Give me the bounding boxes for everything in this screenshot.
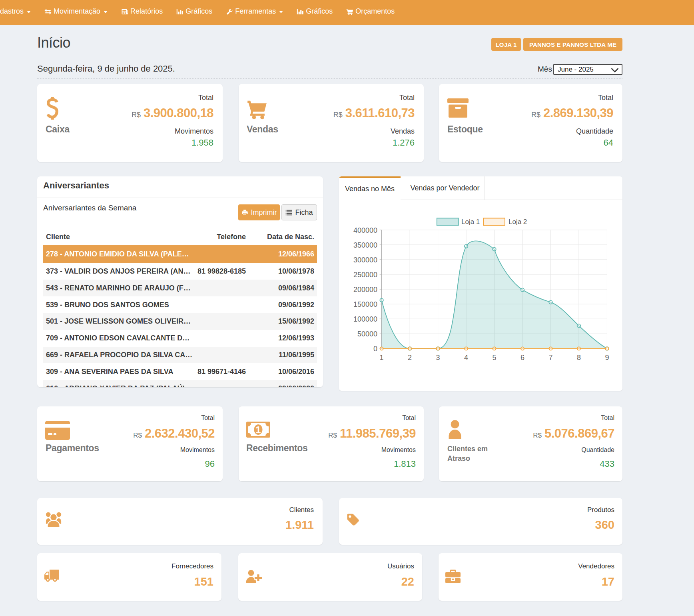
- svg-text:200000: 200000: [353, 286, 377, 294]
- svg-text:7: 7: [548, 354, 552, 362]
- svg-text:1: 1: [380, 354, 384, 362]
- svg-text:350000: 350000: [353, 241, 377, 249]
- svg-text:Loja 2: Loja 2: [509, 218, 527, 226]
- svg-text:8: 8: [577, 354, 581, 362]
- svg-text:150000: 150000: [353, 300, 377, 308]
- svg-text:50000: 50000: [357, 330, 377, 338]
- svg-text:2: 2: [408, 354, 412, 362]
- svg-text:4: 4: [464, 354, 468, 362]
- svg-text:100000: 100000: [353, 315, 377, 323]
- svg-text:1: 1: [255, 424, 261, 435]
- svg-text:300000: 300000: [353, 256, 377, 264]
- svg-text:3: 3: [436, 354, 440, 362]
- svg-text:0: 0: [373, 345, 377, 353]
- svg-text:250000: 250000: [353, 271, 377, 279]
- svg-text:6: 6: [520, 354, 524, 362]
- svg-text:400000: 400000: [353, 226, 377, 234]
- svg-text:Loja 1: Loja 1: [461, 218, 480, 226]
- svg-text:9: 9: [605, 354, 609, 362]
- svg-text:5: 5: [492, 354, 496, 362]
